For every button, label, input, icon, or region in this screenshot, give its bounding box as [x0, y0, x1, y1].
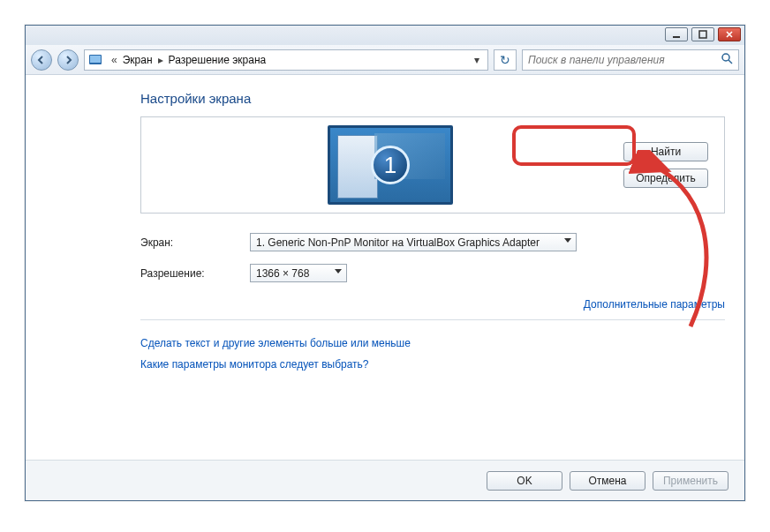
refresh-icon: ↻ [500, 53, 510, 67]
nav-back-button[interactable] [31, 49, 52, 71]
address-dropdown-icon[interactable]: ▾ [470, 54, 484, 66]
chevron-down-icon [335, 269, 342, 273]
chevron-right-icon: ▸ [153, 54, 169, 66]
minimize-button[interactable] [665, 27, 688, 41]
separator [140, 319, 725, 320]
nav-forward-button[interactable] [57, 49, 79, 71]
svg-point-4 [722, 54, 729, 61]
advanced-settings-link[interactable]: Дополнительные параметры [584, 298, 725, 311]
chevron-down-icon [564, 238, 571, 243]
refresh-button[interactable]: ↻ [494, 49, 517, 71]
dialog-footer: OK Отмена Применить [26, 460, 744, 500]
monitor-thumbnail[interactable]: 1 [328, 125, 453, 205]
svg-rect-1 [699, 31, 706, 38]
svg-rect-0 [673, 36, 680, 38]
screen-select-value: 1. Generic Non-PnP Monitor на VirtualBox… [256, 236, 540, 249]
control-panel-icon [88, 53, 102, 67]
text-size-link[interactable]: Сделать текст и другие элементы больше и… [140, 337, 411, 349]
page-title: Настройки экрана [140, 91, 725, 106]
apply-button: Применить [653, 471, 728, 491]
identify-button[interactable]: Определить [623, 169, 708, 188]
breadcrumb-level1[interactable]: Экран [123, 54, 153, 66]
svg-line-5 [728, 60, 732, 64]
cancel-button[interactable]: Отмена [570, 471, 645, 491]
breadcrumb-level2[interactable]: Разрешение экрана [169, 54, 267, 66]
svg-rect-3 [90, 56, 101, 63]
navbar: « Экран ▸ Разрешение экрана ▾ ↻ [26, 45, 744, 75]
breadcrumb-root: « [106, 54, 123, 66]
search-icon [721, 52, 733, 68]
detect-button[interactable]: Найти [623, 142, 708, 161]
help-link[interactable]: Какие параметры монитора следует выбрать… [140, 358, 369, 371]
search-input[interactable] [528, 54, 721, 66]
screen-label: Экран: [140, 236, 250, 249]
screen-select[interactable]: 1. Generic Non-PnP Monitor на VirtualBox… [250, 233, 577, 251]
search-box[interactable] [522, 49, 739, 71]
close-button[interactable] [718, 27, 741, 41]
titlebar [26, 26, 744, 45]
display-preview-box: 1 Найти Определить [140, 116, 725, 214]
monitor-number-badge: 1 [371, 146, 410, 184]
control-panel-window: « Экран ▸ Разрешение экрана ▾ ↻ Настройк… [25, 25, 745, 501]
ok-button[interactable]: OK [487, 471, 562, 491]
address-bar[interactable]: « Экран ▸ Разрешение экрана ▾ [84, 49, 488, 71]
resolution-select-value: 1366 × 768 [256, 267, 309, 280]
resolution-label: Разрешение: [140, 267, 250, 280]
maximize-button[interactable] [691, 27, 714, 41]
content-area: Настройки экрана 1 Найти Определить Экра… [26, 75, 744, 384]
resolution-select[interactable]: 1366 × 768 [250, 264, 347, 282]
